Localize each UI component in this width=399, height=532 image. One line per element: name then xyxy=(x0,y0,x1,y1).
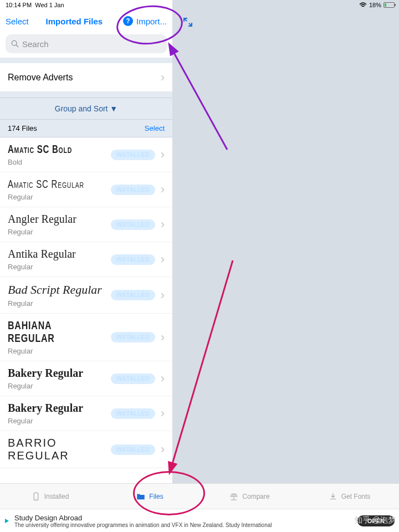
scales-icon xyxy=(229,492,239,502)
font-row[interactable]: Amatic SC BoldBoldINSTALLED› xyxy=(0,137,172,172)
chevron-right-icon: › xyxy=(161,147,165,162)
svg-line-1 xyxy=(16,45,18,47)
import-button[interactable]: Import... xyxy=(136,17,167,26)
ad-banner[interactable]: Study Design Abroad The university offer… xyxy=(0,509,399,532)
font-list[interactable]: Amatic SC BoldBoldINSTALLED›Amatic SC Re… xyxy=(0,137,172,532)
folder-icon xyxy=(136,492,146,502)
font-row[interactable]: BARRIO REGULARINSTALLED› xyxy=(0,431,172,468)
svg-point-0 xyxy=(12,40,17,45)
installed-badge: INSTALLED xyxy=(111,444,155,455)
installed-badge: INSTALLED xyxy=(111,332,155,342)
watermark: 知乎 @泡梦 xyxy=(355,515,396,525)
navigation-bar: Select Imported Files ? Import... xyxy=(0,10,172,32)
tab-installed[interactable]: Installed xyxy=(0,484,100,509)
phone-icon xyxy=(31,492,41,502)
installed-badge: INSTALLED xyxy=(111,150,155,160)
font-name: Amatic SC Bold xyxy=(8,143,72,156)
tab-files[interactable]: Files xyxy=(100,484,200,509)
ad-text: Study Design Abroad The university offer… xyxy=(14,514,272,528)
wifi-icon xyxy=(359,2,367,8)
status-right: 18% xyxy=(359,0,395,10)
svg-point-3 xyxy=(35,498,37,499)
help-icon[interactable]: ? xyxy=(123,16,133,26)
font-row[interactable]: Bakery RegularRegularINSTALLED› xyxy=(0,396,172,431)
file-count: 174 Files xyxy=(8,124,37,132)
font-row[interactable]: Bakery RegularRegularINSTALLED› xyxy=(0,361,172,396)
font-subfamily: Regular xyxy=(8,193,110,201)
download-icon xyxy=(328,492,338,502)
search-row: Search xyxy=(0,32,172,58)
ad-body: The university offering innovative progr… xyxy=(14,522,272,528)
font-name: Angler Regular xyxy=(8,213,76,226)
font-subfamily: Regular xyxy=(8,382,83,390)
font-subfamily: Regular xyxy=(8,347,111,355)
detail-pane xyxy=(172,0,399,532)
font-row[interactable]: BAHIANA REGULARRegularINSTALLED› xyxy=(0,314,172,361)
page-title: Imported Files xyxy=(29,17,120,26)
installed-badge: INSTALLED xyxy=(111,408,155,419)
remove-adverts-label: Remove Adverts xyxy=(8,73,73,83)
adchoice-icon xyxy=(4,518,10,524)
sidebar: 10:14 PM Wed 1 Jan Select Imported Files… xyxy=(0,0,172,532)
tab-getfonts[interactable]: Get Fonts xyxy=(299,484,399,509)
font-name: BAHIANA REGULAR xyxy=(8,319,90,345)
search-icon xyxy=(11,40,19,48)
chevron-right-icon: › xyxy=(161,70,165,85)
font-subfamily: Regular xyxy=(8,417,83,425)
font-name: Antika Regular xyxy=(8,248,76,260)
font-name: Bakery Regular xyxy=(8,367,83,380)
chevron-right-icon: › xyxy=(161,217,165,232)
font-subfamily: Bold xyxy=(8,158,94,166)
font-subfamily: Regular xyxy=(8,228,76,236)
chevron-right-icon: › xyxy=(161,371,165,386)
font-row[interactable]: Bad Script RegularRegularINSTALLED› xyxy=(0,277,172,314)
chevron-right-icon: › xyxy=(161,406,165,421)
file-count-row: 174 Files Select xyxy=(0,120,172,137)
font-name: Bakery Regular xyxy=(8,402,83,415)
chevron-right-icon: › xyxy=(161,252,165,267)
font-row[interactable]: Amatic SC RegularRegularINSTALLED› xyxy=(0,172,172,207)
installed-badge: INSTALLED xyxy=(111,185,155,195)
installed-badge: INSTALLED xyxy=(111,290,155,300)
font-row[interactable]: Angler RegularRegularINSTALLED› xyxy=(0,207,172,242)
font-name: BARRIO REGULAR xyxy=(8,437,111,462)
font-subfamily: Regular xyxy=(8,263,76,271)
list-select-button[interactable]: Select xyxy=(145,124,165,132)
installed-badge: INSTALLED xyxy=(111,254,155,265)
battery-icon xyxy=(383,2,395,8)
search-placeholder: Search xyxy=(22,39,49,49)
chevron-right-icon: › xyxy=(161,182,165,197)
font-subfamily: Regular xyxy=(8,299,102,308)
search-input[interactable]: Search xyxy=(6,34,167,53)
installed-badge: INSTALLED xyxy=(111,374,155,384)
chevron-right-icon: › xyxy=(161,442,165,457)
font-row[interactable]: Antika RegularRegularINSTALLED› xyxy=(0,242,172,277)
ad-title: Study Design Abroad xyxy=(14,514,272,522)
chevron-right-icon: › xyxy=(161,330,165,345)
font-name: Amatic SC Regular xyxy=(8,178,84,191)
tab-bar: Installed Files Compare Get Fonts xyxy=(0,483,399,509)
group-sort-button[interactable]: Group and Sort ▼ xyxy=(0,98,172,120)
chevron-right-icon: › xyxy=(161,288,165,303)
installed-badge: INSTALLED xyxy=(111,219,155,230)
remove-adverts-row[interactable]: Remove Adverts › xyxy=(0,63,172,92)
tab-compare[interactable]: Compare xyxy=(200,484,299,509)
battery-percent: 18% xyxy=(369,2,381,8)
expand-icon[interactable] xyxy=(183,18,192,29)
status-bar: 10:14 PM Wed 1 Jan xyxy=(0,0,172,10)
font-name: Bad Script Regular xyxy=(8,283,102,297)
select-button[interactable]: Select xyxy=(6,17,29,26)
status-date: Wed 1 Jan xyxy=(35,2,64,8)
status-time: 10:14 PM xyxy=(6,2,32,8)
